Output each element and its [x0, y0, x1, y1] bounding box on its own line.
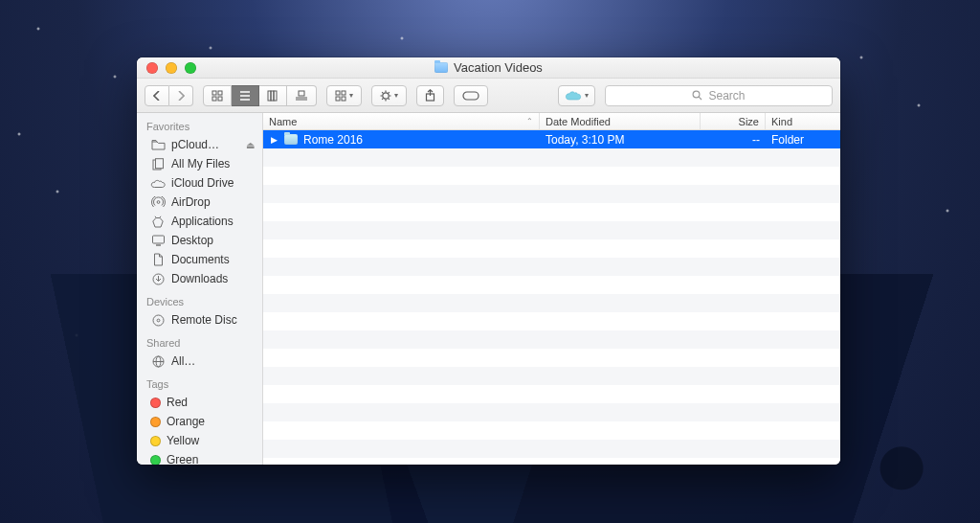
sidebar-item-airdrop[interactable]: AirDrop [137, 193, 262, 212]
sidebar-item-icloud-drive[interactable]: iCloud Drive [137, 173, 262, 193]
sidebar-item-label: Remote Disc [171, 313, 237, 327]
chevron-left-icon [153, 91, 161, 101]
row-size-cell: -- [701, 133, 766, 147]
applications-icon [150, 215, 166, 228]
sort-ascending-icon: ⌃ [526, 117, 533, 125]
view-icon-button[interactable] [203, 85, 232, 106]
svg-rect-31 [155, 158, 163, 168]
svg-rect-16 [342, 97, 345, 101]
column-header-date-modified[interactable]: Date Modified [540, 113, 701, 129]
tag-color-dot [150, 455, 161, 466]
sidebar-item-label: Documents [171, 253, 230, 266]
svg-point-32 [157, 200, 160, 203]
gear-icon [380, 90, 391, 102]
column-header-name[interactable]: Name ⌃ [263, 113, 540, 129]
row-kind-cell: Folder [766, 133, 840, 147]
view-column-button[interactable] [259, 85, 287, 106]
forward-button[interactable] [169, 85, 193, 106]
row-date-cell: Today, 3:10 PM [540, 133, 701, 147]
svg-rect-3 [218, 97, 222, 101]
icon-view-icon [212, 90, 223, 102]
titlebar[interactable]: Vacation Videos [137, 57, 840, 79]
svg-line-23 [389, 98, 390, 99]
search-icon [692, 90, 702, 101]
icloud-status-button[interactable]: ▾ [558, 85, 595, 106]
back-button[interactable] [145, 85, 169, 106]
sidebar-item-remote-disc[interactable]: Remote Disc [137, 310, 262, 330]
minimize-button[interactable] [166, 62, 177, 74]
action-button[interactable]: ▾ [371, 85, 407, 106]
chevron-down-icon: ▾ [585, 91, 589, 100]
column-header-size[interactable]: Size [701, 113, 766, 129]
svg-rect-9 [274, 91, 277, 101]
zoom-button[interactable] [185, 62, 196, 74]
sidebar-item-desktop[interactable]: Desktop [137, 231, 262, 250]
tag-icon [462, 91, 479, 101]
svg-line-33 [155, 216, 156, 217]
row-name: Rome 2016 [303, 133, 363, 147]
tag-color-dot [150, 398, 161, 408]
disc-icon [150, 313, 166, 327]
network-icon [150, 354, 166, 368]
svg-rect-13 [336, 91, 340, 95]
sidebar-tag-green[interactable]: Green [137, 450, 262, 465]
view-list-button[interactable] [232, 85, 259, 106]
arrange-icon [335, 90, 346, 102]
svg-line-25 [382, 98, 383, 99]
window-body: Favorites pCloud… ⏏ All My Files iCloud … [137, 113, 840, 465]
folder-icon [434, 62, 448, 73]
row-name-cell: ▶ Rome 2016 [263, 133, 540, 147]
chevron-right-icon [177, 91, 185, 101]
sidebar-item-applications[interactable]: Applications [137, 212, 262, 231]
folder-icon [284, 134, 298, 145]
share-button[interactable] [416, 85, 444, 106]
svg-line-22 [382, 92, 383, 93]
tags-button[interactable] [454, 85, 488, 106]
sidebar-item-label: pCloud… [171, 138, 219, 151]
tag-color-dot [150, 417, 161, 427]
sidebar-section-favorites: Favorites [137, 113, 262, 135]
sidebar-section-tags: Tags [137, 371, 262, 393]
sidebar-item-network[interactable]: All… [137, 352, 262, 371]
documents-icon [150, 253, 166, 266]
column-headers: Name ⌃ Date Modified Size Kind [263, 113, 840, 130]
table-row[interactable]: ▶ Rome 2016 Today, 3:10 PM -- Folder [263, 130, 840, 148]
view-switcher [203, 85, 317, 106]
svg-rect-35 [152, 236, 164, 243]
close-button[interactable] [146, 62, 158, 74]
file-rows[interactable]: ▶ Rome 2016 Today, 3:10 PM -- Folder [263, 130, 840, 465]
sidebar-tag-orange[interactable]: Orange [137, 412, 262, 431]
eject-icon[interactable]: ⏏ [246, 140, 255, 150]
all-my-files-icon [150, 157, 166, 171]
window-title: Vacation Videos [137, 60, 840, 75]
sidebar-item-all-my-files[interactable]: All My Files [137, 154, 262, 173]
nav-buttons [145, 85, 193, 106]
disclosure-triangle-icon[interactable]: ▶ [269, 135, 278, 145]
arrange-button[interactable]: ▾ [326, 85, 362, 106]
search-placeholder: Search [708, 89, 745, 102]
view-coverflow-button[interactable] [287, 85, 317, 106]
coverflow-view-icon [295, 90, 308, 102]
sidebar-item-label: AirDrop [171, 195, 211, 209]
svg-line-24 [389, 92, 390, 93]
column-header-kind[interactable]: Kind [766, 113, 840, 129]
sidebar-item-label: Applications [171, 215, 234, 228]
sidebar-tag-yellow[interactable]: Yellow [137, 431, 262, 450]
sidebar-tag-red[interactable]: Red [137, 393, 262, 412]
desktop-icon [150, 234, 166, 247]
window-controls [137, 62, 196, 74]
sidebar-section-shared: Shared [137, 330, 262, 352]
svg-line-34 [160, 216, 161, 217]
svg-rect-15 [336, 97, 340, 101]
sidebar-item-documents[interactable]: Documents [137, 250, 262, 269]
sidebar-item-downloads[interactable]: Downloads [137, 269, 262, 288]
sidebar-item-pcloud[interactable]: pCloud… ⏏ [137, 135, 262, 154]
svg-rect-14 [342, 91, 345, 95]
svg-rect-2 [212, 97, 216, 101]
sidebar-item-label: Green [167, 453, 198, 465]
sidebar-item-label: iCloud Drive [171, 176, 234, 190]
svg-point-39 [157, 319, 160, 322]
svg-line-29 [700, 97, 702, 100]
sidebar: Favorites pCloud… ⏏ All My Files iCloud … [137, 113, 263, 465]
search-input[interactable]: Search [605, 85, 833, 106]
